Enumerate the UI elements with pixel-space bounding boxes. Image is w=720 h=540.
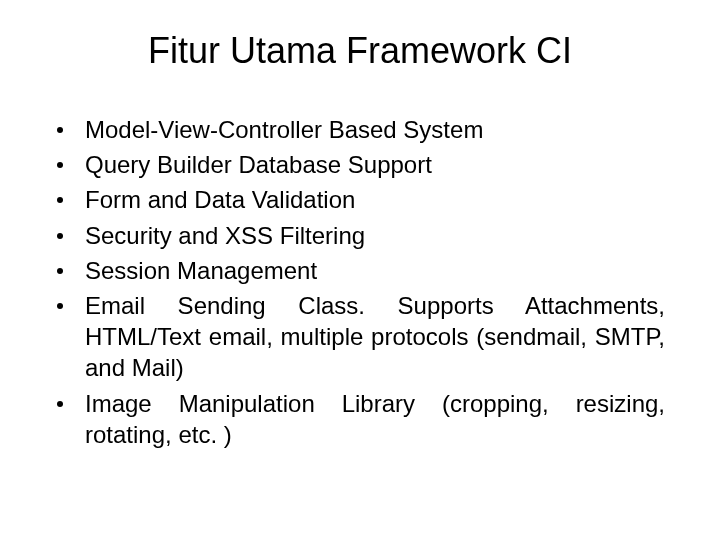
list-item: Form and Data Validation bbox=[55, 184, 665, 215]
list-item-text: Query Builder Database Support bbox=[85, 149, 665, 180]
list-item: Model-View-Controller Based System bbox=[55, 114, 665, 145]
bullet-icon bbox=[57, 233, 63, 239]
list-item: Security and XSS Filtering bbox=[55, 220, 665, 251]
bullet-icon bbox=[57, 401, 63, 407]
list-item-text: Session Management bbox=[85, 255, 665, 286]
list-item-text: Form and Data Validation bbox=[85, 184, 665, 215]
bullet-icon bbox=[57, 162, 63, 168]
feature-list: Model-View-Controller Based System Query… bbox=[55, 114, 665, 450]
list-item: Email Sending Class. Supports Attachment… bbox=[55, 290, 665, 384]
list-item: Session Management bbox=[55, 255, 665, 286]
bullet-icon bbox=[57, 127, 63, 133]
slide-title: Fitur Utama Framework CI bbox=[55, 30, 665, 72]
list-item-text: Email Sending Class. Supports Attachment… bbox=[85, 290, 665, 384]
list-item-text: Model-View-Controller Based System bbox=[85, 114, 665, 145]
bullet-icon bbox=[57, 303, 63, 309]
list-item: Image Manipulation Library (cropping, re… bbox=[55, 388, 665, 450]
bullet-icon bbox=[57, 197, 63, 203]
list-item-text: Security and XSS Filtering bbox=[85, 220, 665, 251]
list-item: Query Builder Database Support bbox=[55, 149, 665, 180]
list-item-text: Image Manipulation Library (cropping, re… bbox=[85, 388, 665, 450]
bullet-icon bbox=[57, 268, 63, 274]
